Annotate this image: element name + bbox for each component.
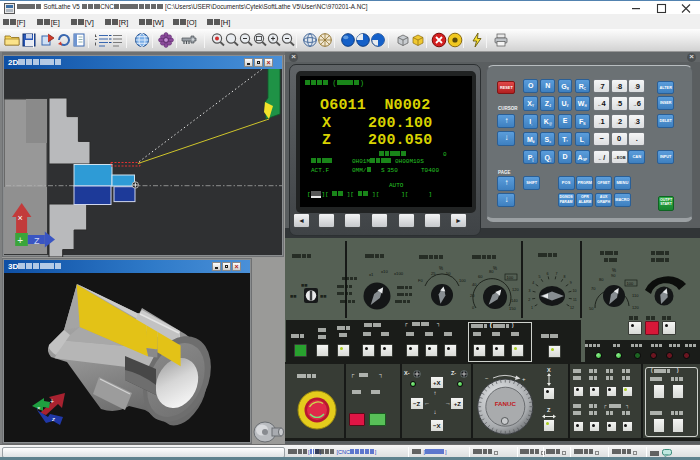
- svg-text:80: 80: [489, 269, 494, 274]
- svg-text:4: 4: [532, 281, 534, 285]
- svg-text:2: 2: [528, 298, 530, 302]
- svg-text:x1: x1: [369, 272, 374, 277]
- svg-text:3: 3: [529, 289, 531, 293]
- svg-text:z: z: [51, 416, 55, 422]
- svg-text:9: 9: [570, 281, 572, 285]
- svg-text:110: 110: [632, 293, 639, 298]
- svg-text:×: ×: [18, 213, 23, 223]
- svg-text:+: +: [17, 235, 23, 246]
- svg-text:120: 120: [512, 287, 519, 292]
- svg-text:150: 150: [509, 306, 516, 311]
- svg-text:FANUC: FANUC: [495, 400, 517, 407]
- svg-text:■■: ■■: [301, 282, 308, 288]
- svg-text:10: 10: [572, 289, 576, 293]
- svg-text:×: ×: [37, 405, 41, 411]
- svg-text:8: 8: [563, 275, 565, 279]
- svg-text:1: 1: [531, 306, 533, 310]
- svg-text:+: +: [522, 376, 526, 382]
- svg-text:■■: ■■: [320, 293, 327, 299]
- svg-text:70: 70: [591, 286, 596, 291]
- svg-text:120: 120: [632, 305, 639, 310]
- svg-text:■■: ■■: [290, 293, 297, 299]
- svg-text:100: 100: [507, 275, 514, 280]
- svg-text:80: 80: [599, 277, 604, 282]
- svg-text:Z: Z: [34, 236, 40, 246]
- svg-text:x100: x100: [394, 271, 404, 276]
- svg-text:−: −: [485, 375, 489, 381]
- svg-text:%: %: [439, 266, 443, 271]
- svg-text:11: 11: [573, 298, 577, 302]
- svg-text:100: 100: [627, 281, 634, 286]
- svg-text:F0: F0: [418, 278, 423, 283]
- svg-text:12: 12: [570, 306, 574, 310]
- svg-text:x10: x10: [381, 269, 388, 274]
- svg-text:5: 5: [539, 275, 541, 279]
- svg-text:+: +: [50, 398, 54, 405]
- svg-text:140: 140: [511, 298, 518, 303]
- svg-text:%: %: [493, 266, 497, 271]
- svg-text:60: 60: [478, 274, 483, 279]
- svg-text:90: 90: [611, 273, 616, 278]
- svg-text:6: 6: [547, 272, 549, 276]
- svg-text:50: 50: [589, 306, 594, 311]
- svg-text:7: 7: [555, 272, 557, 276]
